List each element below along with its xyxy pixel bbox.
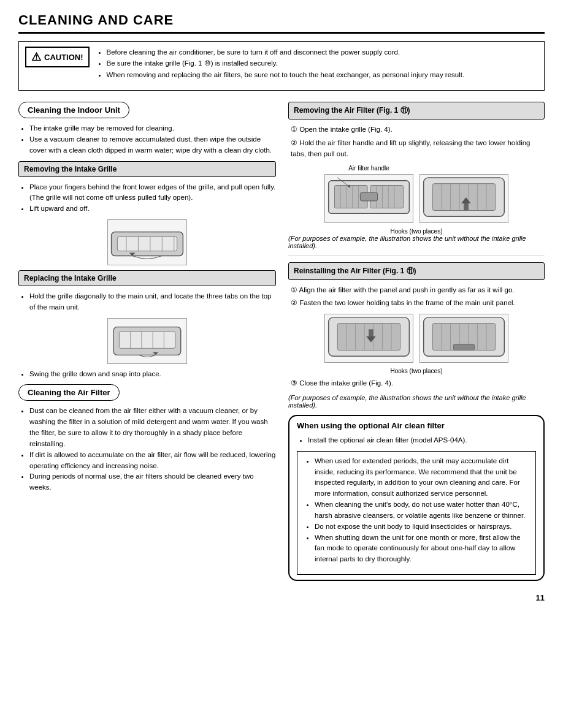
reinstalling-note: (For purposes of example, the illustrati… xyxy=(288,394,545,409)
optional-inner-list: When used for extended periods, the unit… xyxy=(304,456,529,565)
optional-inner-item-2: When cleaning the unit's body, do not us… xyxy=(315,499,529,521)
caution-bullet-list: Before cleaning the air conditioner, be … xyxy=(97,47,465,80)
reinstalling-step-1: ① Align the air filter with the panel an… xyxy=(291,285,545,296)
removing-air-filter-title: Removing the Air Filter (Fig. 1 ⑪) xyxy=(288,102,545,119)
cleaning-indoor-unit-section: Cleaning the Indoor Unit The intake gril… xyxy=(18,102,276,156)
svg-rect-26 xyxy=(360,192,377,201)
optional-inner-item-1: When used for extended periods, the unit… xyxy=(315,456,529,499)
page-number: 11 xyxy=(18,593,545,602)
left-column: Cleaning the Indoor Unit The intake gril… xyxy=(18,102,276,581)
cleaning-filter-item-1: Dust can be cleaned from the air filter … xyxy=(29,406,276,449)
caution-triangle-icon: ⚠ xyxy=(31,50,41,64)
removing-air-filter-section: Removing the Air Filter (Fig. 1 ⑪) ① Ope… xyxy=(288,102,545,249)
removing-grille-item-2: Lift upward and off. xyxy=(29,203,276,214)
caution-text-label: CAUTION! xyxy=(44,53,83,62)
cleaning-indoor-item-2: Use a vacuum cleaner to remove accumulat… xyxy=(29,134,276,156)
replacing-intake-grille-title: Replacing the Intake Grille xyxy=(18,270,276,286)
optional-install-list: Install the optional air clean filter (m… xyxy=(297,435,536,446)
svg-rect-9 xyxy=(119,332,175,348)
cleaning-indoor-unit-title: Cleaning the Indoor Unit xyxy=(18,102,129,118)
caution-item-2: Be sure the intake grille (Fig. 1 ⑩) is … xyxy=(107,58,465,69)
optional-inner-item-4: When shutting down the unit for one mont… xyxy=(315,533,529,565)
main-content: Cleaning the Indoor Unit The intake gril… xyxy=(18,102,545,581)
removing-filter-diagram-right xyxy=(419,165,508,223)
right-column: Removing the Air Filter (Fig. 1 ⑪) ① Ope… xyxy=(288,102,545,581)
svg-rect-57 xyxy=(453,344,474,351)
removing-grille-diagram-img xyxy=(107,219,187,265)
optional-inner-item-3: Do not expose the unit body to liquid in… xyxy=(315,521,529,533)
removing-grille-diagram xyxy=(18,219,276,265)
removing-grille-item-1: Place your fingers behind the front lowe… xyxy=(29,182,276,204)
caution-item-1: Before cleaning the air conditioner, be … xyxy=(107,47,465,58)
spacer-label xyxy=(419,165,508,172)
optional-air-clean-section: When using the optional Air clean filter… xyxy=(288,415,545,581)
optional-install-item: Install the optional air clean filter (m… xyxy=(308,435,536,446)
cleaning-indoor-unit-list: The intake grille may be removed for cle… xyxy=(18,123,276,156)
cleaning-filter-item-2: If dirt is allowed to accumulate on the … xyxy=(29,450,276,472)
reinstalling-air-filter-title: Reinstalling the Air Filter (Fig. 1 ⑪) xyxy=(288,262,545,280)
air-filter-handle-label: Air filter handle xyxy=(324,165,413,172)
optional-inner-box: When used for extended periods, the unit… xyxy=(297,451,536,575)
removing-intake-grille-title: Removing the Intake Grille xyxy=(18,161,276,177)
removing-filter-step-1: ① Open the intake grille (Fig. 4). xyxy=(291,124,545,135)
reinstalling-diagram-right xyxy=(419,314,508,363)
cleaning-indoor-item-1: The intake grille may be removed for cle… xyxy=(29,123,276,134)
reinstalling-air-filter-section: Reinstalling the Air Filter (Fig. 1 ⑪) ①… xyxy=(288,262,545,409)
removing-intake-grille-list: Place your fingers behind the front lowe… xyxy=(18,182,276,214)
reinstalling-step-2: ② Fasten the two lower holding tabs in t… xyxy=(291,298,545,309)
reinstalling-steps: ① Align the air filter with the panel an… xyxy=(288,285,545,309)
caution-content: Before cleaning the air conditioner, be … xyxy=(97,47,465,85)
removing-filter-note: (For purposes of example, the illustrati… xyxy=(288,235,545,249)
reinstalling-step3-item: ③ Close the intake grille (Fig. 4). xyxy=(291,378,545,389)
replacing-grille-diagram-img xyxy=(107,318,187,364)
replacing-grille-diagram xyxy=(18,318,276,364)
removing-filter-diagram-area: Air filter handle xyxy=(288,165,545,223)
cleaning-filter-item-3: During periods of normal use, the air fi… xyxy=(29,471,276,493)
cleaning-air-filter-list: Dust can be cleaned from the air filter … xyxy=(18,406,276,493)
reinstalling-diagram-area xyxy=(288,314,545,363)
removing-filter-img-left xyxy=(324,174,413,223)
cleaning-air-filter-section: Cleaning the Air Filter Dust can be clea… xyxy=(18,384,276,493)
replacing-intake-grille-section: Replacing the Intake Grille Hold the gri… xyxy=(18,270,276,379)
removing-filter-diagram-left: Air filter handle xyxy=(324,165,413,223)
replacing-grille-item-1: Hold the grille diagonally to the main u… xyxy=(29,291,276,313)
reinstalling-diagram-left xyxy=(324,314,413,363)
replacing-grille-footer-item: Swing the grille down and snap into plac… xyxy=(29,369,276,380)
optional-air-clean-title: When using the optional Air clean filter xyxy=(297,421,536,430)
replacing-grille-footer: Swing the grille down and snap into plac… xyxy=(18,369,276,380)
removing-filter-img-right xyxy=(419,174,508,223)
caution-box: ⚠ CAUTION! Before cleaning the air condi… xyxy=(18,41,545,91)
caution-label: ⚠ CAUTION! xyxy=(25,47,90,67)
hooks-label-removing: Hooks (two places) xyxy=(288,228,545,235)
replacing-grille-list: Hold the grille diagonally to the main u… xyxy=(18,291,276,313)
reinstalling-step3: ③ Close the intake grille (Fig. 4). xyxy=(288,378,545,389)
caution-item-3: When removing and replacing the air filt… xyxy=(107,69,465,80)
removing-intake-grille-section: Removing the Intake Grille Place your fi… xyxy=(18,161,276,265)
removing-filter-step-2: ② Hold the air filter handle and lift up… xyxy=(291,138,545,160)
hooks-label-reinstalling: Hooks (two places) xyxy=(288,368,545,374)
page-title: CLEANING AND CARE xyxy=(18,12,545,34)
cleaning-air-filter-title: Cleaning the Air Filter xyxy=(18,384,120,401)
removing-air-filter-steps: ① Open the intake grille (Fig. 4). ② Hol… xyxy=(288,124,545,159)
